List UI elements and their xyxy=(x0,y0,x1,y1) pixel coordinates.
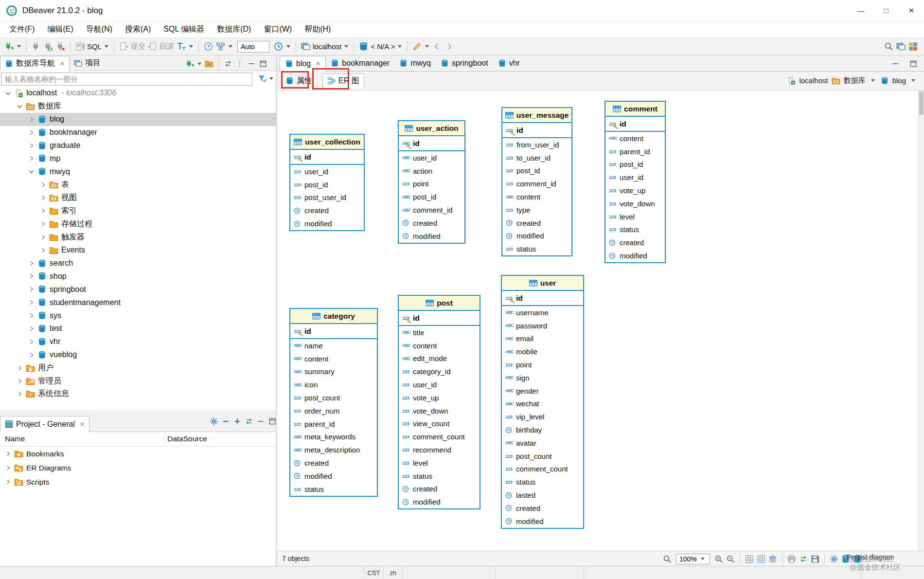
breadcrumb-database[interactable]: blog xyxy=(892,76,906,85)
zoom-in-icon[interactable] xyxy=(714,555,723,563)
entity-column-row[interactable]: 123post_count xyxy=(290,391,377,404)
entity-column-row[interactable]: created xyxy=(502,217,571,230)
chevron-right-icon[interactable] xyxy=(16,364,24,372)
entity-column-row[interactable]: 123type xyxy=(502,203,571,217)
tree-item-系统信息[interactable]: 系统信息 xyxy=(0,387,276,400)
entity-pk-row[interactable]: 123id xyxy=(502,291,583,306)
entity-header[interactable]: user_message xyxy=(502,108,571,123)
chevron-right-icon[interactable] xyxy=(4,478,12,486)
entity-column-row[interactable]: 123parent_id xyxy=(605,145,665,158)
entity-column-row[interactable]: modified xyxy=(399,230,464,243)
project-item-ER Diagrams[interactable]: ER Diagrams xyxy=(0,461,276,475)
entity-column-row[interactable]: ABCcontent xyxy=(399,339,480,352)
project-item-Scripts[interactable]: Scripts xyxy=(0,475,276,489)
chevron-right-icon[interactable] xyxy=(27,129,36,136)
search-icon[interactable] xyxy=(884,42,893,51)
entity-column-row[interactable]: 123vip_level xyxy=(502,410,583,423)
chevron-right-icon[interactable] xyxy=(27,351,36,359)
menu-item[interactable]: 数据库(D) xyxy=(211,21,257,37)
menu-item[interactable]: 编辑(E) xyxy=(41,21,79,37)
entity-column-row[interactable]: ABCcontent xyxy=(605,132,665,145)
diagram-settings-icon[interactable] xyxy=(830,555,838,563)
network-dropdown[interactable] xyxy=(229,45,232,48)
menu-item[interactable]: SQL 编辑器 xyxy=(157,21,211,37)
entity-column-row[interactable]: 123category_id xyxy=(399,365,480,378)
entity-column-row[interactable]: ABCcomment_id xyxy=(399,203,464,217)
entity-column-row[interactable]: created xyxy=(605,236,665,249)
entity-column-row[interactable]: created xyxy=(399,483,480,496)
forward-button[interactable] xyxy=(444,42,454,51)
entity-column-row[interactable]: modified xyxy=(290,470,377,483)
entity-header[interactable]: user_action xyxy=(399,121,464,136)
search-icon[interactable] xyxy=(663,555,672,563)
entity-column-row[interactable]: 123to_user_id xyxy=(502,151,571,164)
chevron-right-icon[interactable] xyxy=(16,378,24,385)
entity-column-row[interactable]: 123comment_count xyxy=(399,430,480,443)
chevron-right-icon[interactable] xyxy=(39,220,47,228)
entity-column-row[interactable]: 123order_num xyxy=(290,404,377,417)
maximize-pane-icon[interactable] xyxy=(259,59,267,68)
filter-dropdown[interactable] xyxy=(269,77,273,80)
chevron-right-icon[interactable] xyxy=(27,299,36,306)
entity-user[interactable]: user 123id ABCusernameABCpasswordABCemai… xyxy=(501,275,584,529)
menu-item[interactable]: 导航(N) xyxy=(80,21,119,37)
entity-header[interactable]: comment xyxy=(605,102,665,117)
entity-pk-row[interactable]: 123id xyxy=(399,311,480,326)
entity-column-row[interactable]: 123status xyxy=(605,223,665,236)
column-header-name[interactable]: Name xyxy=(5,434,25,443)
connection-type-dropdown[interactable] xyxy=(197,63,201,65)
entity-pk-row[interactable]: ABCid xyxy=(399,136,464,151)
tree-item-Events[interactable]: Events xyxy=(0,244,276,257)
entity-column-row[interactable]: ABCsign xyxy=(502,371,583,384)
editor-tab-bookmanager[interactable]: bookmanager xyxy=(326,55,394,71)
maximize-button[interactable]: □ xyxy=(873,0,899,21)
menu-item[interactable]: 帮助(H) xyxy=(298,21,337,37)
column-divider[interactable] xyxy=(165,432,165,447)
entity-column-row[interactable]: 123from_user_id xyxy=(502,138,571,151)
entity-column-row[interactable]: 123recommend xyxy=(399,443,480,456)
transaction-log-button[interactable] xyxy=(177,42,186,51)
editor-tab-springboot[interactable]: springboot xyxy=(436,55,493,71)
arrange-icon[interactable] xyxy=(768,555,777,563)
entity-column-row[interactable]: created xyxy=(290,204,364,217)
sql-editor-button[interactable]: SQL xyxy=(87,42,102,51)
editor-tab-vhr[interactable]: vhr xyxy=(493,55,525,71)
timer-dropdown[interactable] xyxy=(286,45,290,48)
sync-icon[interactable] xyxy=(224,59,232,68)
chevron-right-icon[interactable] xyxy=(39,247,47,254)
entity-column-row[interactable]: 123user_id xyxy=(290,165,364,178)
expand-all-icon[interactable] xyxy=(233,417,242,426)
zoom-level-select[interactable]: 100% xyxy=(676,554,710,564)
chevron-right-icon[interactable] xyxy=(27,116,36,123)
entity-column-row[interactable]: created xyxy=(502,502,583,515)
refresh-icon[interactable] xyxy=(245,417,253,426)
gear-icon[interactable] xyxy=(210,417,218,426)
tree-item-管理员[interactable]: 管理员 xyxy=(0,375,276,388)
entity-user_message[interactable]: user_message 123id 123from_user_id123to_… xyxy=(501,107,572,256)
tree-item-vueblog[interactable]: vueblog xyxy=(0,348,276,362)
zoom-dropdown[interactable] xyxy=(701,558,705,560)
breadcrumb-databases[interactable]: 数据库 xyxy=(844,76,866,85)
entity-column-row[interactable]: ABCusername xyxy=(502,306,583,319)
menu-item[interactable]: 文件(F) xyxy=(3,21,41,37)
entity-category[interactable]: category 123id ABCnameABCcontentABCsumma… xyxy=(289,308,378,497)
tree-item-数据库[interactable]: 数据库 xyxy=(0,100,276,113)
entity-column-row[interactable]: 123comment_count xyxy=(502,463,583,476)
transaction-dropdown[interactable] xyxy=(189,45,193,48)
commit-button[interactable]: 提交 xyxy=(131,42,145,51)
chevron-right-icon[interactable] xyxy=(27,325,36,332)
chevron-right-icon[interactable] xyxy=(27,260,36,267)
entity-column-row[interactable]: ABCedit_mode xyxy=(399,352,480,365)
tree-item-shop[interactable]: shop xyxy=(0,270,276,283)
tree-item-studentmanagement[interactable]: studentmanagement xyxy=(0,296,276,309)
tree-item-触发器[interactable]: 触发器 xyxy=(0,231,276,244)
chevron-right-icon[interactable] xyxy=(27,286,36,293)
entity-column-row[interactable]: 123vote_down xyxy=(605,197,665,210)
tree-item-索引[interactable]: 索引 xyxy=(0,204,276,217)
entity-column-row[interactable]: 123user_id xyxy=(399,378,480,391)
chevron-down-icon[interactable] xyxy=(16,103,24,110)
entity-header[interactable]: user_collection xyxy=(290,135,364,150)
entity-header[interactable]: post xyxy=(399,296,480,311)
tab-er-diagram[interactable]: ER 图 xyxy=(322,73,364,89)
refresh-icon[interactable] xyxy=(799,555,808,563)
